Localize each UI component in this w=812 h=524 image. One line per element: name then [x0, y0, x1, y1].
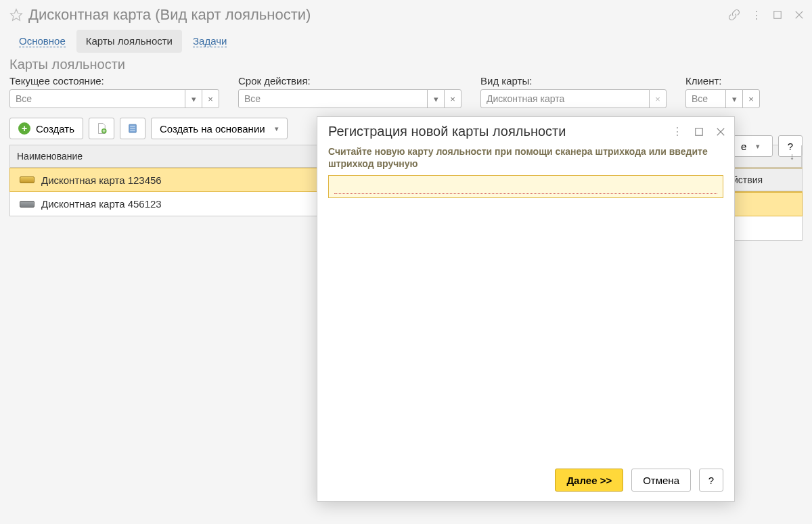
tab-main-label: Основное	[19, 35, 66, 47]
close-icon[interactable]	[793, 9, 805, 21]
modal-kebab-icon[interactable]: ⋮	[672, 126, 683, 137]
modal-instructions: Считайте новую карту лояльности при помо…	[317, 143, 734, 174]
window-title: Дисконтная карта (Вид карт лояльности)	[28, 6, 728, 24]
filter-state-select[interactable]: Все	[9, 89, 185, 108]
tab-main[interactable]: Основное	[9, 30, 75, 53]
modal-title: Регистрация новой карты лояльности	[328, 124, 672, 139]
card-icon	[20, 176, 35, 183]
filter-cardtype-clear[interactable]: ×	[649, 89, 667, 108]
filter-state-label: Текущее состояние:	[9, 75, 219, 87]
plus-icon: +	[18, 122, 30, 135]
sort-indicator-icon: ↓	[790, 151, 794, 162]
filter-expiry-clear[interactable]: ×	[444, 89, 461, 108]
barcode-input[interactable]	[334, 179, 717, 194]
database-icon	[127, 122, 139, 135]
row-strip	[729, 216, 803, 241]
modal-help-button[interactable]: ?	[699, 469, 723, 492]
filter-state-clear[interactable]: ×	[202, 89, 219, 108]
create-based-button[interactable]: Создать на основании	[151, 118, 288, 139]
filter-client-label: Клиент:	[685, 75, 760, 87]
filter-client-dropdown[interactable]: ▾	[725, 89, 743, 108]
document-plus-icon	[95, 122, 108, 135]
filter-cardtype-select[interactable]: Дисконтная карта	[480, 89, 650, 108]
filter-state-dropdown[interactable]: ▾	[185, 89, 202, 108]
maximize-icon[interactable]	[771, 9, 784, 21]
register-card-modal: Регистрация новой карты лояльности ⋮ Счи…	[317, 116, 735, 502]
svg-marker-0	[11, 9, 22, 21]
modal-maximize-icon[interactable]	[694, 126, 704, 137]
tab-cards[interactable]: Карты лояльности	[76, 30, 182, 53]
section-title: Карты лояльности	[0, 53, 812, 74]
create-based-label: Создать на основании	[160, 123, 265, 135]
tab-tasks[interactable]: Задачи	[183, 30, 236, 53]
tab-tasks-label: Задачи	[193, 35, 227, 47]
copy-button[interactable]	[89, 118, 114, 139]
create-button[interactable]: + Создать	[9, 118, 83, 139]
create-button-label: Создать	[36, 123, 74, 135]
tab-cards-label: Карты лояльности	[86, 35, 173, 47]
list-button[interactable]	[120, 118, 145, 139]
svg-rect-9	[696, 128, 703, 135]
modal-next-button[interactable]: Далее >>	[555, 469, 623, 492]
filter-expiry-label: Срок действия:	[238, 75, 461, 87]
barcode-field-wrapper	[328, 175, 723, 198]
filter-expiry-select[interactable]: Все	[238, 89, 428, 108]
filter-cardtype-label: Вид карты:	[480, 75, 667, 87]
kebab-icon[interactable]: ⋮	[750, 9, 762, 21]
filter-client-select[interactable]: Все	[685, 89, 726, 108]
modal-close-icon[interactable]	[715, 126, 726, 137]
link-icon[interactable]	[728, 9, 740, 21]
row-text: Дисконтная карта 456123	[41, 198, 162, 210]
modal-cancel-button[interactable]: Отмена	[631, 469, 691, 492]
filter-client-clear[interactable]: ×	[742, 89, 760, 108]
row-text: Дисконтная карта 123456	[41, 174, 162, 186]
filter-expiry-dropdown[interactable]: ▾	[427, 89, 445, 108]
row-strip	[729, 192, 803, 216]
favorite-star-icon[interactable]	[9, 8, 23, 22]
card-icon	[20, 201, 35, 208]
col-right-header[interactable]: йствия	[728, 168, 803, 191]
svg-rect-1	[774, 11, 782, 19]
